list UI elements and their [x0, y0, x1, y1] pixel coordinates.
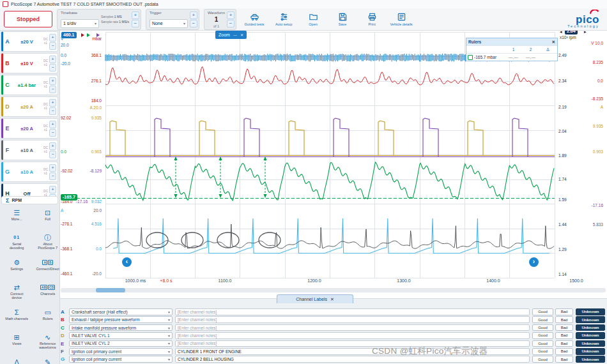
sidebar-item-views[interactable]: ⊞Views — [1, 332, 32, 355]
auto-setup-button[interactable]: Auto setup — [270, 10, 297, 29]
bad-button[interactable]: Bad — [555, 340, 573, 347]
bad-button[interactable]: Bad — [555, 308, 573, 315]
sidebar-item-rulers[interactable]: ▭Rulers — [32, 307, 63, 330]
channel-type-select[interactable]: Exhaust / tailpipe pressure waveform▾ — [69, 316, 173, 323]
rulers-close-icon[interactable]: ✕ — [552, 40, 555, 45]
good-button[interactable]: Good — [532, 332, 553, 339]
channel-ground-marker-icon[interactable] — [96, 33, 100, 37]
range-increase-button[interactable]: + — [49, 56, 56, 63]
good-button[interactable]: Good — [532, 324, 553, 331]
sidebar-item-notes[interactable]: ✎Notes — [32, 357, 63, 364]
channel-type-select[interactable]: INLET VALVE CYL 2▾ — [69, 340, 173, 347]
good-button[interactable]: Good — [532, 308, 553, 315]
sidebar-item-full[interactable]: ⊡Full — [32, 208, 63, 231]
channel-type-select[interactable]: INLET VALVE CYL 1▾ — [69, 332, 173, 339]
good-button[interactable]: Good — [532, 356, 553, 363]
pan-left-button[interactable]: ‹ — [122, 257, 132, 267]
range-increase-button[interactable]: + — [49, 77, 56, 85]
range-increase-button[interactable]: + — [49, 121, 56, 128]
channel-ground-marker-icon[interactable] — [87, 33, 90, 37]
channel-block-g[interactable]: G±10 ADCx1+− — [1, 162, 58, 182]
channel-type-select[interactable]: Ignition coil primary current▾ — [69, 356, 173, 363]
rpm-button[interactable]: Σ RPM — [1, 196, 58, 204]
stopped-button[interactable]: Stopped — [4, 11, 52, 27]
channel-block-b[interactable]: B±10 VDCx1+− — [1, 53, 58, 73]
sidebar-item-math-channels[interactable]: ΣMath channels — [1, 307, 32, 330]
channel-notes-input[interactable]: [Enter channel notes] — [175, 308, 530, 315]
sidebar-item-channels[interactable]: ABCDChannels — [32, 282, 63, 305]
channel-type-select[interactable]: Crankshaft sensor (Hall effect)▾ — [69, 308, 173, 315]
channel-type-select[interactable]: Intake manifold pressure waveform▾ — [69, 324, 173, 331]
zoom-minimize-icon[interactable]: — — [233, 33, 237, 37]
channel-notes-input[interactable]: [Enter channel notes] — [175, 332, 530, 339]
trigger-select[interactable]: None▾ — [150, 19, 188, 28]
open-button[interactable]: Open — [300, 10, 327, 29]
zoom-close-icon[interactable]: ✕ — [240, 33, 243, 37]
unknown-button[interactable]: Unknown — [576, 356, 605, 363]
range-decrease-button[interactable]: − — [49, 86, 56, 93]
unknown-button[interactable]: Unknown — [576, 316, 605, 323]
horizontal-scrollbar[interactable] — [61, 288, 606, 292]
range-decrease-button[interactable]: − — [49, 42, 56, 50]
bad-button[interactable]: Bad — [555, 356, 573, 363]
range-decrease-button[interactable]: − — [49, 129, 56, 137]
pressure-ruler-tag[interactable]: -165.7 — [61, 194, 77, 201]
range-increase-button[interactable]: + — [49, 164, 56, 172]
trigger-decrease-button[interactable]: − — [190, 20, 197, 27]
scrollbar-handle[interactable] — [96, 288, 125, 292]
trigger-increase-button[interactable]: + — [190, 11, 197, 19]
range-increase-button[interactable]: + — [49, 142, 56, 150]
channel-block-e[interactable]: E±20 ADCx1+− — [1, 118, 58, 139]
ruler-handle-icon[interactable] — [468, 55, 473, 60]
channel-type-select[interactable]: Ignition coil primary current▾ — [69, 348, 173, 355]
guided-tests-button[interactable]: Guided tests — [241, 10, 268, 29]
unknown-button[interactable]: Unknown — [576, 324, 605, 331]
channel-block-d[interactable]: D±20 ADCx1+− — [1, 96, 58, 117]
range-decrease-button[interactable]: − — [49, 151, 56, 158]
bad-button[interactable]: Bad — [555, 324, 573, 331]
waveform-next-button[interactable]: + — [227, 11, 234, 19]
left-scale-tag[interactable]: 460.1 — [61, 32, 77, 38]
range-increase-button[interactable]: + — [49, 34, 56, 42]
unknown-button[interactable]: Unknown — [576, 340, 605, 347]
good-button[interactable]: Good — [532, 316, 553, 323]
sidebar-item-serial-decoding[interactable]: 01Serial decoding — [1, 232, 32, 255]
sidebar-item-about-picoscope-7[interactable]: ⓘAbout PicoScope 7 — [32, 232, 63, 255]
range-decrease-button[interactable]: − — [49, 107, 56, 115]
good-button[interactable]: Good — [532, 348, 553, 355]
pan-right-button[interactable]: › — [529, 257, 539, 267]
bad-button[interactable]: Bad — [555, 332, 573, 339]
channel-notes-input[interactable]: [Enter channel notes] — [175, 316, 530, 323]
good-button[interactable]: Good — [532, 340, 553, 347]
waveform-prev-button[interactable]: − — [227, 20, 234, 27]
timebase-increase-button[interactable]: + — [132, 11, 139, 19]
tab-channel-labels[interactable]: Channel Labels ✕ — [277, 294, 353, 303]
sidebar-item-measurements[interactable]: ΛMeasurements — [1, 357, 32, 364]
print-button[interactable]: Print — [358, 10, 385, 29]
bad-button[interactable]: Bad — [555, 316, 573, 323]
save-button[interactable]: Save — [329, 10, 356, 29]
zoom-toolbar[interactable]: Zoom — ✕ — [215, 31, 247, 39]
tab-close-icon[interactable]: ✕ — [330, 297, 334, 302]
unknown-button[interactable]: Unknown — [576, 332, 605, 339]
timebase-decrease-button[interactable]: − — [132, 20, 139, 27]
channel-block-a[interactable]: A±20 VDCx1+− — [1, 31, 58, 52]
sidebar-item-connect-direct[interactable]: ABConnect/Direct — [32, 257, 63, 280]
bad-button[interactable]: Bad — [555, 348, 573, 355]
sidebar-item-more[interactable]: ☰More... — [1, 208, 32, 231]
channel-notes-input[interactable]: [Enter channel notes] — [175, 324, 530, 331]
range-decrease-button[interactable]: − — [49, 64, 56, 72]
range-increase-button[interactable]: + — [49, 186, 56, 193]
unknown-button[interactable]: Unknown — [576, 308, 605, 315]
channel-block-f[interactable]: F±10 ADCx1+− — [1, 140, 58, 160]
range-decrease-button[interactable]: − — [49, 172, 56, 180]
channel-ground-marker-icon[interactable] — [81, 33, 84, 37]
sidebar-item-settings[interactable]: ⚙Settings — [1, 257, 32, 280]
range-increase-button[interactable]: + — [49, 99, 56, 107]
channel-block-c[interactable]: C±1.4 barDCx1+− — [1, 75, 58, 95]
timebase-select[interactable]: 1 s/div▾ — [61, 19, 99, 28]
unknown-button[interactable]: Unknown — [576, 348, 605, 355]
vehicle-details-button[interactable]: Vehicle details — [388, 10, 415, 29]
sidebar-item-reference-waveforms[interactable]: ∿Reference waveforms — [32, 332, 63, 355]
sidebar-item-connect-device[interactable]: ⇄Connect device — [1, 282, 32, 305]
